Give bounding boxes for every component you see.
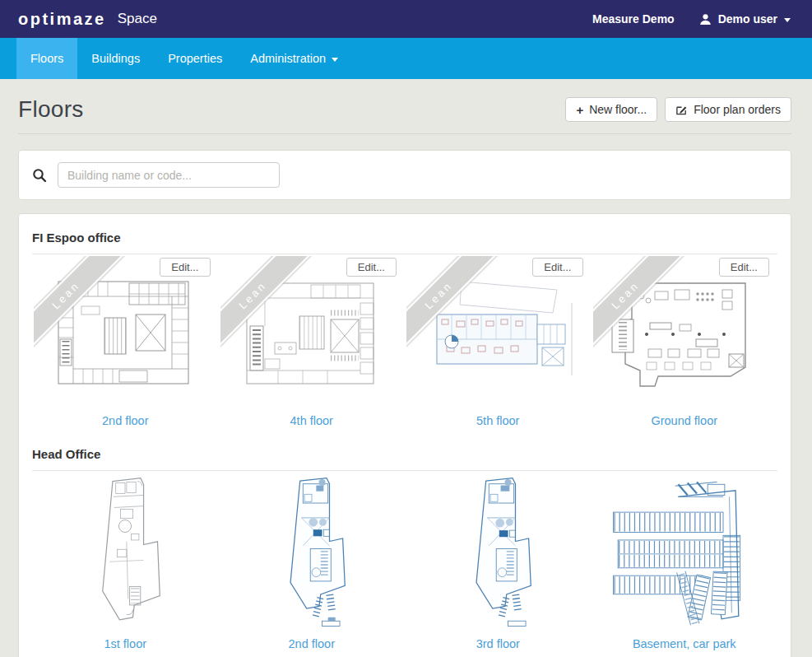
floor-tile[interactable]: Basement, car park xyxy=(592,473,778,650)
floor-tile[interactable]: Lean Edit... xyxy=(405,256,592,427)
floor-link[interactable]: Ground floor xyxy=(651,414,717,427)
floor-link[interactable]: 4th floor xyxy=(290,414,333,427)
floor-tile[interactable]: Lean Edit... xyxy=(592,256,778,427)
page-divider xyxy=(18,133,791,134)
edit-floor-button[interactable]: Edit... xyxy=(532,258,582,277)
floor-plan-thumbnail[interactable] xyxy=(219,261,406,408)
floor-plan-thumbnail[interactable] xyxy=(32,261,219,408)
edit-floor-button[interactable]: Edit... xyxy=(160,258,210,277)
brand-logo: optimaze xyxy=(18,10,106,29)
caret-down-icon xyxy=(332,58,338,62)
floor-tile[interactable]: 2nd floor xyxy=(219,473,406,650)
search-input[interactable] xyxy=(58,162,280,188)
floor-link[interactable]: 2nd floor xyxy=(102,414,148,427)
floor-plan-thumbnail[interactable] xyxy=(592,474,778,631)
floor-tile[interactable]: Lean Edit... xyxy=(219,256,406,427)
new-floor-button-label: New floor... xyxy=(589,103,647,116)
product-name: Space xyxy=(118,11,157,27)
tab-properties[interactable]: Properties xyxy=(154,38,236,79)
floor-tile[interactable]: 1st floor xyxy=(32,473,219,650)
building-section-head-office: Head Office xyxy=(32,444,777,650)
main-nav: Floors Buildings Properties Administrati… xyxy=(0,38,812,79)
floor-plan-orders-button-label: Floor plan orders xyxy=(694,103,781,116)
floor-tile[interactable]: 3rd floor xyxy=(405,473,592,650)
tab-administration[interactable]: Administration xyxy=(236,38,352,79)
user-menu[interactable]: Demo user xyxy=(699,12,791,26)
edit-square-icon xyxy=(675,104,688,116)
caret-down-icon xyxy=(784,18,791,22)
tab-administration-label: Administration xyxy=(250,52,326,65)
user-menu-label: Demo user xyxy=(718,12,777,26)
floor-plan-orders-button[interactable]: Floor plan orders xyxy=(665,97,791,122)
floor-link[interactable]: 2nd floor xyxy=(289,637,335,650)
search-panel xyxy=(18,150,791,200)
new-floor-button[interactable]: + New floor... xyxy=(565,97,657,122)
floor-plan-thumbnail[interactable] xyxy=(405,261,592,408)
page-title: Floors xyxy=(18,96,84,123)
search-icon xyxy=(32,168,47,183)
user-icon xyxy=(699,13,712,26)
edit-floor-button[interactable]: Edit... xyxy=(346,258,397,277)
floor-link[interactable]: 5th floor xyxy=(476,414,519,427)
floor-plan-thumbnail[interactable] xyxy=(219,474,406,631)
tab-floors-label: Floors xyxy=(30,52,63,65)
floor-list-panel: FI Espoo office Lean Edit... xyxy=(18,213,791,657)
floor-link[interactable]: 1st floor xyxy=(104,637,146,650)
tab-properties-label: Properties xyxy=(168,52,222,65)
plus-icon: + xyxy=(576,104,583,116)
floor-plan-thumbnail[interactable] xyxy=(592,261,778,408)
building-name: Head Office xyxy=(32,444,777,471)
building-section-fi-espoo-office: FI Espoo office Lean Edit... xyxy=(32,227,777,427)
tab-floors[interactable]: Floors xyxy=(16,38,77,79)
floor-link[interactable]: Basement, car park xyxy=(633,637,736,650)
top-bar: optimaze Space Measure Demo Demo user xyxy=(0,0,812,38)
floor-link[interactable]: 3rd floor xyxy=(476,637,520,650)
edit-floor-button[interactable]: Edit... xyxy=(719,258,769,277)
building-name: FI Espoo office xyxy=(32,227,777,254)
account-link[interactable]: Measure Demo xyxy=(592,12,675,26)
tab-buildings-label: Buildings xyxy=(91,52,140,65)
floor-plan-thumbnail[interactable] xyxy=(32,474,219,631)
tab-buildings[interactable]: Buildings xyxy=(77,38,154,79)
floor-tile[interactable]: Lean Edit... xyxy=(32,256,219,427)
floor-plan-thumbnail[interactable] xyxy=(405,474,592,631)
